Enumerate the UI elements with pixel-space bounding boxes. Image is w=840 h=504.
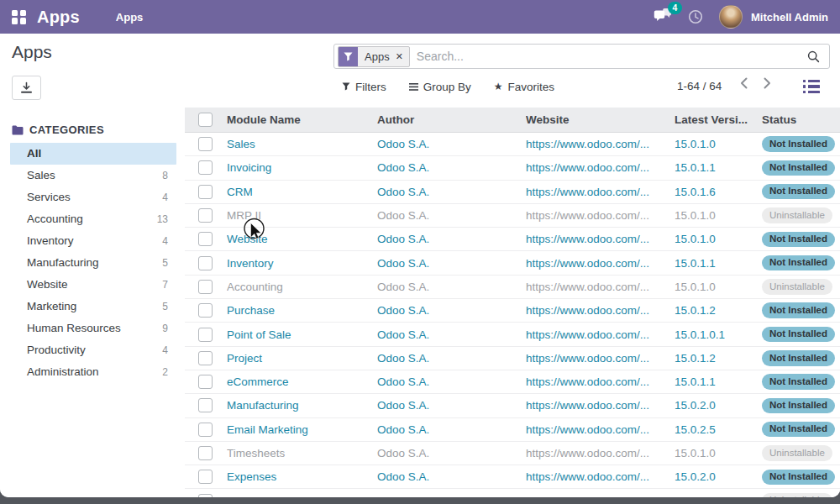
module-website-link[interactable]: https://www.odoo.com/... bbox=[526, 233, 675, 245]
column-header-module-name[interactable]: Module Name bbox=[227, 113, 377, 126]
row-checkbox[interactable] bbox=[198, 185, 213, 199]
row-checkbox[interactable] bbox=[198, 303, 213, 318]
sidebar-category-services[interactable]: Services 4 bbox=[10, 186, 176, 208]
column-header-author[interactable]: Author bbox=[377, 113, 526, 126]
module-website-link[interactable]: https://www.odoo.com/... bbox=[526, 447, 675, 459]
sidebar-category-administration[interactable]: Administration 2 bbox=[10, 361, 176, 383]
module-table-row[interactable]: Purchase Odoo S.A. https://www.odoo.com/… bbox=[185, 299, 840, 323]
module-table-row[interactable]: CRM Odoo S.A. https://www.odoo.com/... 1… bbox=[185, 181, 840, 204]
module-website-link[interactable]: https://www.odoo.com/... bbox=[526, 257, 675, 270]
row-checkbox[interactable] bbox=[198, 232, 213, 246]
row-checkbox[interactable] bbox=[198, 208, 213, 223]
row-checkbox[interactable] bbox=[198, 256, 213, 270]
module-table-row[interactable]: Invoicing Odoo S.A. https://www.odoo.com… bbox=[185, 156, 840, 180]
module-website-link[interactable]: https://www.odoo.com/... bbox=[526, 352, 675, 365]
module-table-row[interactable]: Sales Odoo S.A. https://www.odoo.com/...… bbox=[185, 133, 840, 156]
module-name-link[interactable]: MRP II bbox=[227, 209, 377, 222]
module-table-row[interactable]: Website Odoo S.A. https://www.odoo.com/.… bbox=[185, 228, 840, 251]
row-checkbox[interactable] bbox=[198, 470, 213, 484]
module-name-link[interactable]: Studio bbox=[227, 495, 377, 497]
module-table-row[interactable]: MRP II Odoo S.A. https://www.odoo.com/..… bbox=[185, 204, 840, 228]
module-website-link[interactable]: https://www.odoo.com/... bbox=[526, 328, 675, 341]
module-website-link[interactable]: https://www.odoo.com/... bbox=[526, 138, 675, 150]
row-checkbox[interactable] bbox=[198, 160, 213, 175]
module-table-row[interactable]: Studio Odoo S.A. https://www.odoo.com/..… bbox=[185, 489, 840, 497]
row-checkbox[interactable] bbox=[198, 446, 213, 460]
module-table-row[interactable]: Accounting Odoo S.A. https://www.odoo.co… bbox=[185, 276, 840, 299]
sidebar-category-human-resources[interactable]: Human Resources 9 bbox=[10, 318, 176, 339]
module-table-row[interactable]: Expenses Odoo S.A. https://www.odoo.com/… bbox=[185, 465, 840, 489]
favorites-button[interactable]: ★ Favorites bbox=[494, 81, 554, 93]
module-website-link[interactable]: https://www.odoo.com/... bbox=[526, 304, 675, 317]
module-name-link[interactable]: Manufacturing bbox=[227, 399, 377, 412]
module-name-link[interactable]: CRM bbox=[227, 186, 377, 198]
sidebar-category-sales[interactable]: Sales 8 bbox=[10, 165, 176, 186]
column-header-status[interactable]: Status bbox=[762, 113, 840, 126]
module-name-link[interactable]: Accounting bbox=[227, 281, 377, 293]
module-name-link[interactable]: Point of Sale bbox=[227, 328, 377, 341]
activities-clock-icon[interactable] bbox=[688, 9, 703, 24]
row-checkbox[interactable] bbox=[198, 398, 213, 412]
group-by-button[interactable]: Group By bbox=[409, 81, 471, 93]
module-website-link[interactable]: https://www.odoo.com/... bbox=[526, 399, 675, 412]
module-name-link[interactable]: Timesheets bbox=[227, 447, 377, 459]
sidebar-category-inventory[interactable]: Inventory 4 bbox=[10, 230, 176, 252]
user-name[interactable]: Mitchell Admin bbox=[751, 11, 828, 24]
pager-previous-button[interactable] bbox=[740, 77, 748, 89]
module-website-link[interactable]: https://www.odoo.com/... bbox=[526, 495, 675, 497]
module-website-link[interactable]: https://www.odoo.com/... bbox=[526, 423, 675, 436]
module-website-link[interactable]: https://www.odoo.com/... bbox=[526, 209, 675, 222]
sidebar-category-manufacturing[interactable]: Manufacturing 5 bbox=[10, 252, 176, 274]
row-checkbox[interactable] bbox=[198, 351, 213, 365]
module-name-link[interactable]: eCommerce bbox=[227, 375, 377, 388]
apps-grid-icon[interactable] bbox=[12, 10, 26, 24]
module-website-link[interactable]: https://www.odoo.com/... bbox=[526, 281, 675, 293]
messages-button[interactable]: 4 bbox=[654, 8, 672, 26]
list-view-switch-icon[interactable] bbox=[803, 80, 820, 93]
module-name-link[interactable]: Expenses bbox=[227, 470, 377, 483]
row-checkbox[interactable] bbox=[198, 423, 213, 437]
search-facet-apps[interactable]: Apps ✕ bbox=[338, 46, 410, 67]
module-table-row[interactable]: Point of Sale Odoo S.A. https://www.odoo… bbox=[185, 323, 840, 346]
sidebar-category-accounting[interactable]: Accounting 13 bbox=[10, 208, 176, 230]
sidebar-category-productivity[interactable]: Productivity 4 bbox=[10, 339, 176, 361]
module-version: 15.0.1.0 bbox=[675, 281, 762, 293]
module-table-row[interactable]: Timesheets Odoo S.A. https://www.odoo.co… bbox=[185, 442, 840, 465]
module-name-link[interactable]: Purchase bbox=[227, 304, 377, 317]
sidebar-category-marketing[interactable]: Marketing 5 bbox=[10, 296, 176, 318]
row-checkbox[interactable] bbox=[198, 494, 213, 497]
user-avatar[interactable] bbox=[719, 5, 743, 29]
filters-button[interactable]: Filters bbox=[342, 81, 386, 93]
row-checkbox[interactable] bbox=[198, 137, 213, 151]
column-header-website[interactable]: Website bbox=[526, 113, 675, 126]
module-table-row[interactable]: Project Odoo S.A. https://www.odoo.com/.… bbox=[185, 347, 840, 370]
search-icon[interactable] bbox=[807, 50, 820, 63]
module-website-link[interactable]: https://www.odoo.com/... bbox=[526, 470, 675, 483]
navbar-menu-apps[interactable]: Apps bbox=[116, 11, 144, 24]
module-name-link[interactable]: Website bbox=[227, 233, 377, 245]
row-checkbox[interactable] bbox=[198, 375, 213, 389]
facet-remove-icon[interactable]: ✕ bbox=[396, 51, 409, 62]
module-website-link[interactable]: https://www.odoo.com/... bbox=[526, 186, 675, 198]
search-placeholder[interactable]: Search... bbox=[417, 50, 464, 63]
module-table-row[interactable]: Inventory Odoo S.A. https://www.odoo.com… bbox=[185, 251, 840, 275]
row-checkbox[interactable] bbox=[198, 280, 213, 294]
sidebar-category-all[interactable]: All bbox=[10, 143, 176, 165]
column-header-latest-version[interactable]: Latest Versi... bbox=[675, 113, 762, 126]
export-download-button[interactable] bbox=[12, 76, 41, 100]
module-table-row[interactable]: eCommerce Odoo S.A. https://www.odoo.com… bbox=[185, 370, 840, 394]
pager-next-button[interactable] bbox=[764, 77, 771, 89]
module-name-link[interactable]: Project bbox=[227, 352, 377, 365]
row-checkbox[interactable] bbox=[198, 328, 213, 342]
module-name-link[interactable]: Invoicing bbox=[227, 161, 377, 174]
select-all-checkbox[interactable] bbox=[198, 113, 213, 127]
search-bar[interactable]: Apps ✕ Search... bbox=[333, 44, 830, 69]
module-website-link[interactable]: https://www.odoo.com/... bbox=[526, 161, 675, 174]
sidebar-category-website[interactable]: Website 7 bbox=[10, 274, 176, 296]
module-website-link[interactable]: https://www.odoo.com/... bbox=[526, 375, 675, 388]
module-name-link[interactable]: Email Marketing bbox=[227, 423, 377, 436]
module-table-row[interactable]: Email Marketing Odoo S.A. https://www.od… bbox=[185, 418, 840, 442]
module-table-row[interactable]: Manufacturing Odoo S.A. https://www.odoo… bbox=[185, 394, 840, 417]
module-name-link[interactable]: Sales bbox=[227, 138, 377, 150]
module-name-link[interactable]: Inventory bbox=[227, 257, 377, 270]
